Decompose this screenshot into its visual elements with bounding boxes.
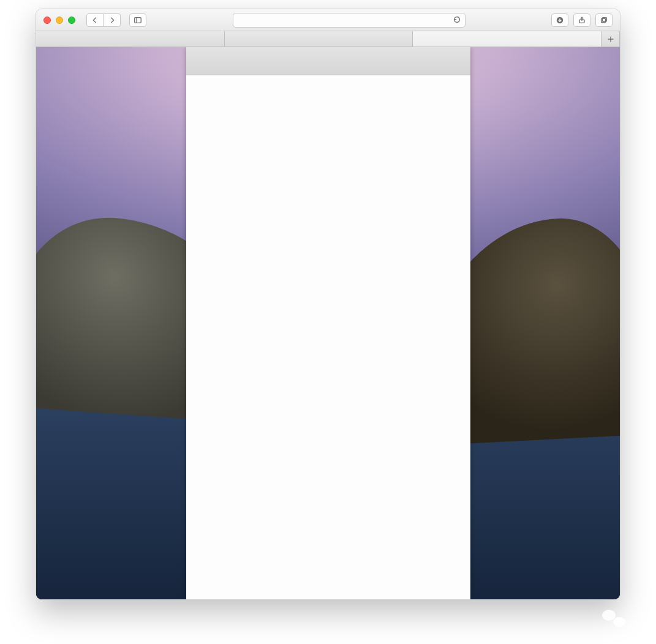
close-window-button[interactable] [43,17,51,24]
share-button[interactable] [573,13,590,27]
chevron-left-icon [91,16,99,24]
tab-1[interactable] [225,31,413,47]
show-tabs-button[interactable] [595,13,613,27]
chevron-right-icon [108,16,116,24]
nav-back-forward [86,13,121,27]
tab-2[interactable] [413,31,601,47]
tab-0[interactable] [36,31,225,47]
svg-rect-0 [135,17,141,23]
svg-rect-6 [602,17,606,21]
tab-strip [36,31,620,47]
sidebar-button[interactable] [129,13,146,27]
forward-button[interactable] [104,13,121,27]
window-controls [43,17,75,24]
content-panel [186,47,470,599]
download-icon [556,16,564,24]
downloads-button[interactable] [551,13,568,27]
panel-header [186,47,470,75]
web-viewport [36,47,620,599]
tabs-icon [600,16,608,24]
safari-window [36,9,620,600]
toolbar-right [551,13,613,27]
wechat-icon [602,608,625,628]
address-bar[interactable] [233,13,466,28]
watermark [602,608,631,628]
toolbar [36,9,620,31]
reload-button[interactable] [453,15,461,26]
reload-icon [453,15,461,24]
zoom-window-button[interactable] [68,17,75,24]
minimize-window-button[interactable] [56,17,63,24]
sidebar-icon [134,16,142,24]
panel-body[interactable] [186,75,470,599]
new-tab-button[interactable] [601,31,620,47]
svg-rect-5 [601,18,606,22]
back-button[interactable] [86,13,104,27]
plus-icon [606,35,615,43]
share-icon [578,16,586,24]
